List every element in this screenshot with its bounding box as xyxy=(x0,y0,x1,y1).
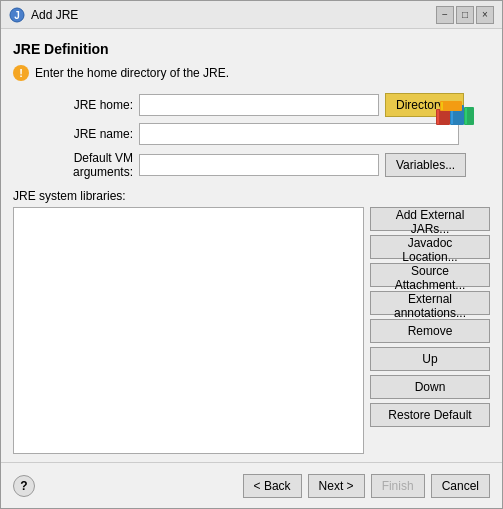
up-button[interactable]: Up xyxy=(370,347,490,371)
libraries-list[interactable] xyxy=(13,207,364,454)
libraries-buttons: Add External JARs... Javadoc Location...… xyxy=(370,207,490,454)
svg-rect-8 xyxy=(440,101,462,111)
footer: ? < Back Next > Finish Cancel xyxy=(1,462,502,508)
title-bar-left: J Add JRE xyxy=(9,7,78,23)
add-external-jars-button[interactable]: Add External JARs... xyxy=(370,207,490,231)
jre-name-input[interactable] xyxy=(139,123,459,145)
vm-args-row: Default VM arguments: Variables... xyxy=(13,151,490,179)
form-area: JRE home: Directory... JRE name: Default… xyxy=(13,93,490,179)
header-area: JRE Definition ! Ente xyxy=(13,41,490,93)
svg-rect-9 xyxy=(441,102,443,110)
next-button[interactable]: Next > xyxy=(308,474,365,498)
books-icon xyxy=(430,81,478,129)
title-bar-buttons: − □ × xyxy=(436,6,494,24)
svg-rect-7 xyxy=(465,108,467,124)
jre-definition-title: JRE Definition xyxy=(13,41,490,57)
remove-button[interactable]: Remove xyxy=(370,319,490,343)
maximize-button[interactable]: □ xyxy=(456,6,474,24)
warning-icon: ! xyxy=(13,65,29,81)
minimize-button[interactable]: − xyxy=(436,6,454,24)
source-attachment-button[interactable]: Source Attachment... xyxy=(370,263,490,287)
cancel-button[interactable]: Cancel xyxy=(431,474,490,498)
window-icon: J xyxy=(9,7,25,23)
jre-name-label: JRE name: xyxy=(13,127,133,141)
svg-text:J: J xyxy=(14,10,20,21)
libraries-label: JRE system libraries: xyxy=(13,189,490,203)
svg-rect-3 xyxy=(437,110,439,124)
jre-name-row: JRE name: xyxy=(13,123,490,145)
main-content: JRE Definition ! Ente xyxy=(1,29,502,454)
warning-text: Enter the home directory of the JRE. xyxy=(35,66,229,80)
vm-args-input[interactable] xyxy=(139,154,379,176)
vm-args-label: Default VM arguments: xyxy=(13,151,133,179)
jre-home-row: JRE home: Directory... xyxy=(13,93,490,117)
jre-definition-header: JRE Definition xyxy=(13,41,490,57)
jre-home-input[interactable] xyxy=(139,94,379,116)
finish-button[interactable]: Finish xyxy=(371,474,425,498)
footer-left: ? xyxy=(13,475,35,497)
footer-right: < Back Next > Finish Cancel xyxy=(243,474,490,498)
down-button[interactable]: Down xyxy=(370,375,490,399)
external-annotations-button[interactable]: External annotations... xyxy=(370,291,490,315)
variables-button[interactable]: Variables... xyxy=(385,153,466,177)
close-button[interactable]: × xyxy=(476,6,494,24)
title-bar: J Add JRE − □ × xyxy=(1,1,502,29)
javadoc-location-button[interactable]: Javadoc Location... xyxy=(370,235,490,259)
restore-default-button[interactable]: Restore Default xyxy=(370,403,490,427)
warning-row: ! Enter the home directory of the JRE. xyxy=(13,65,490,81)
libraries-area: Add External JARs... Javadoc Location...… xyxy=(13,207,490,454)
jre-home-label: JRE home: xyxy=(13,98,133,112)
add-jre-window: J Add JRE − □ × JRE Definition xyxy=(0,0,503,509)
help-button[interactable]: ? xyxy=(13,475,35,497)
back-button[interactable]: < Back xyxy=(243,474,302,498)
window-title: Add JRE xyxy=(31,8,78,22)
